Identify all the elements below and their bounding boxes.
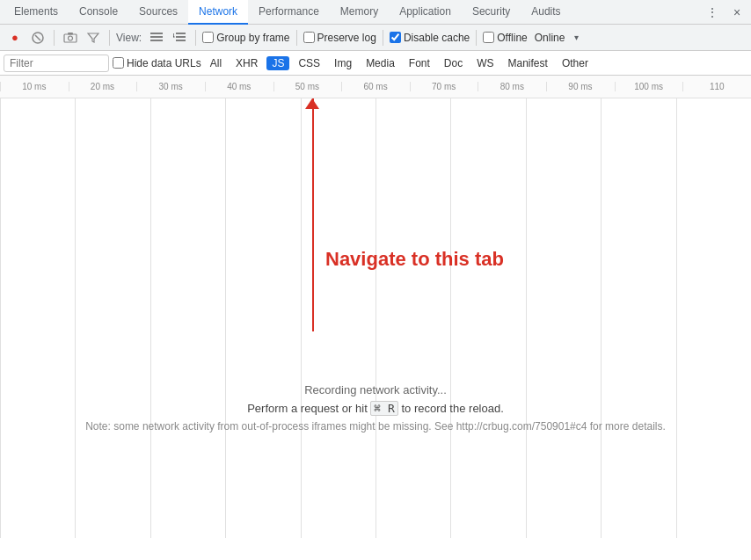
timeline-label-70ms: 70 ms [410, 82, 478, 91]
timeline-label-20ms: 20 ms [69, 82, 137, 91]
grid-line-1 [0, 98, 75, 538]
filter-ws-btn[interactable]: WS [471, 56, 499, 70]
filter-manifest-btn[interactable]: Manifest [503, 56, 553, 70]
preserve-log-option[interactable]: Preserve log [303, 32, 376, 44]
svg-point-3 [69, 36, 73, 40]
filter-media-btn[interactable]: Media [361, 56, 400, 70]
offline-option[interactable]: Offline [483, 32, 527, 44]
filter-js-btn[interactable]: JS [266, 56, 289, 70]
timeline-label-90ms: 90 ms [546, 82, 615, 91]
toolbar-sep-2 [109, 30, 110, 46]
disable-cache-option[interactable]: Disable cache [390, 32, 470, 44]
reload-hint: Perform a request or hit ⌘ R to record t… [0, 402, 751, 415]
tab-sources[interactable]: Sources [128, 0, 188, 25]
stop-icon[interactable] [28, 28, 47, 47]
grid-line-3 [150, 98, 225, 538]
timeline-label-60ms: 60 ms [341, 82, 410, 91]
view-label: View: [116, 32, 142, 44]
timeline-label-100ms: 100 ms [615, 82, 683, 91]
timeline-label-10ms: 10 ms [0, 82, 69, 91]
timeline-label-80ms: 80 ms [478, 82, 546, 91]
toolbar-sep-3 [195, 30, 196, 46]
timeline-label-40ms: 40 ms [205, 82, 273, 91]
grid-line-4 [225, 98, 300, 538]
filter-other-btn[interactable]: Other [557, 56, 594, 70]
camera-icon[interactable] [61, 28, 80, 47]
hide-data-urls-checkbox[interactable] [113, 57, 124, 69]
preserve-log-checkbox[interactable] [303, 32, 315, 43]
network-toolbar: ● View: Group by frame Preserve log Disa… [0, 25, 751, 51]
grid-line-10 [676, 98, 751, 538]
grid-line-6 [376, 98, 450, 538]
group-by-frame-checkbox[interactable] [202, 32, 214, 43]
tab-bar-actions: ⋮ × [702, 2, 747, 23]
filter-xhr-btn[interactable]: XHR [230, 56, 263, 70]
grid-line-5 [301, 98, 376, 538]
annotation-text: Navigate to this tab [325, 248, 504, 271]
grid-line-8 [526, 98, 601, 538]
tab-application[interactable]: Application [389, 0, 462, 25]
disable-cache-checkbox[interactable] [390, 32, 401, 43]
grid-lines [0, 98, 751, 538]
svg-rect-4 [68, 33, 73, 35]
close-devtools-icon[interactable]: × [726, 2, 747, 23]
group-by-frame-option[interactable]: Group by frame [202, 32, 289, 44]
grid-line-9 [601, 98, 675, 538]
filter-input[interactable] [4, 55, 109, 72]
cmd-key: ⌘ R [370, 401, 397, 416]
filter-icon[interactable] [84, 28, 103, 47]
iframe-note: Note: some network activity from out-of-… [0, 420, 751, 433]
network-status-area: Recording network activity... Perform a … [0, 383, 751, 433]
tab-audits[interactable]: Audits [521, 0, 571, 25]
tab-memory[interactable]: Memory [330, 0, 389, 25]
timeline-label-110: 110 [682, 82, 751, 91]
filter-bar: Hide data URLs All XHR JS CSS Img Media … [0, 51, 751, 76]
network-main-content: Navigate to this tab Recording network a… [0, 98, 751, 538]
offline-checkbox[interactable] [483, 32, 494, 43]
filter-css-btn[interactable]: CSS [293, 56, 325, 70]
filter-doc-btn[interactable]: Doc [439, 56, 468, 70]
timeline-labels: 10 ms 20 ms 30 ms 40 ms 50 ms 60 ms 70 m… [0, 82, 751, 91]
tab-elements[interactable]: Elements [4, 0, 69, 25]
annotation-container: Navigate to this tab [0, 98, 751, 538]
tab-network[interactable]: Network [188, 0, 248, 25]
filter-all-btn[interactable]: All [205, 56, 227, 70]
list-view-btn[interactable] [147, 28, 166, 47]
svg-rect-2 [64, 34, 77, 42]
toolbar-sep-1 [54, 30, 55, 46]
tab-console[interactable]: Console [69, 0, 128, 25]
filter-img-btn[interactable]: Img [329, 56, 357, 70]
record-icon[interactable]: ● [5, 28, 25, 47]
svg-line-1 [35, 35, 40, 40]
tree-view-btn[interactable] [170, 28, 189, 47]
filter-font-btn[interactable]: Font [404, 56, 435, 70]
tab-security[interactable]: Security [462, 0, 521, 25]
toolbar-sep-5 [383, 30, 383, 46]
timeline-label-50ms: 50 ms [273, 82, 342, 91]
tab-list: Elements Console Sources Network Perform… [4, 0, 572, 25]
toolbar-sep-6 [476, 30, 477, 46]
grid-line-7 [450, 98, 525, 538]
timeline-label-30ms: 30 ms [136, 82, 205, 91]
devtools-tab-bar: Elements Console Sources Network Perform… [0, 0, 751, 25]
timeline-header: 10 ms 20 ms 30 ms 40 ms 50 ms 60 ms 70 m… [0, 76, 751, 98]
grid-line-2 [75, 98, 149, 538]
online-label: Online [535, 32, 565, 44]
more-options-icon[interactable]: ⋮ [702, 2, 723, 23]
hide-data-urls-option[interactable]: Hide data URLs [113, 57, 201, 69]
recording-status: Recording network activity... [0, 383, 751, 396]
arrow-head-icon [305, 98, 319, 109]
tab-performance[interactable]: Performance [248, 0, 330, 25]
network-throttle-dropdown[interactable]: ▾ [568, 30, 584, 46]
toolbar-sep-4 [296, 30, 297, 46]
arrow-line [312, 98, 314, 331]
